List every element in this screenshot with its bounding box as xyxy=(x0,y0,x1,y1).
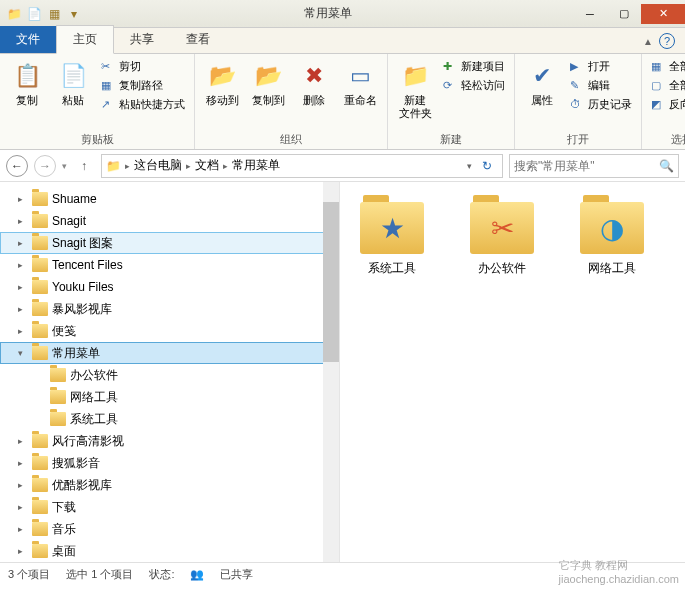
select-none-button[interactable]: ▢全部取消 xyxy=(648,77,685,94)
edit-button[interactable]: ✎编辑 xyxy=(567,77,635,94)
file-item[interactable]: ◑网络工具 xyxy=(570,202,654,277)
recent-dropdown-icon[interactable]: ▾ xyxy=(62,161,67,171)
select-none-icon: ▢ xyxy=(651,79,665,93)
history-button[interactable]: ⏱历史记录 xyxy=(567,96,635,113)
content-pane[interactable]: ★系统工具✂办公软件◑网络工具 xyxy=(340,182,685,562)
tree-item[interactable]: ▸暴风影视库 xyxy=(0,298,339,320)
new-item-button[interactable]: ✚新建项目 xyxy=(440,58,508,75)
tree-item[interactable]: ▸优酷影视库 xyxy=(0,474,339,496)
folder-icon xyxy=(32,324,48,338)
rename-button[interactable]: ▭ 重命名 xyxy=(339,58,381,107)
search-input[interactable] xyxy=(514,159,659,173)
tree-item[interactable]: ▸Shuame xyxy=(0,188,339,210)
search-box[interactable]: 🔍 xyxy=(509,154,679,178)
twisty-icon[interactable]: ▸ xyxy=(18,216,28,226)
tree-item[interactable]: ▸Tencent Files xyxy=(0,254,339,276)
maximize-button[interactable]: ▢ xyxy=(607,4,641,24)
copy-to-button[interactable]: 📂 复制到 xyxy=(247,58,289,107)
dropdown-icon[interactable]: ▾ xyxy=(66,6,82,22)
forward-button[interactable]: → xyxy=(34,155,56,177)
twisty-icon[interactable]: ▾ xyxy=(18,348,28,358)
search-icon[interactable]: 🔍 xyxy=(659,159,674,173)
back-button[interactable]: ← xyxy=(6,155,28,177)
tree-item-label: 音乐 xyxy=(52,521,76,538)
crumb-documents[interactable]: 文档 xyxy=(195,157,219,174)
new-folder-button[interactable]: 📁 新建 文件夹 xyxy=(394,58,436,120)
properties-icon[interactable]: ▦ xyxy=(46,6,62,22)
twisty-icon[interactable]: ▸ xyxy=(18,304,28,314)
up-button[interactable]: ↑ xyxy=(73,155,95,177)
open-button[interactable]: ▶打开 xyxy=(567,58,635,75)
twisty-icon[interactable]: ▸ xyxy=(18,502,28,512)
window-buttons: ─ ▢ ✕ xyxy=(573,4,685,24)
copy-button[interactable]: 📋 复制 xyxy=(6,58,48,107)
properties-button[interactable]: ✔ 属性 xyxy=(521,58,563,107)
tree-item[interactable]: 网络工具 xyxy=(0,386,339,408)
easy-access-button[interactable]: ⟳轻松访问 xyxy=(440,77,508,94)
tree-item[interactable]: ▸Snagit 图案 xyxy=(0,232,339,254)
chevron-right-icon[interactable]: ▸ xyxy=(223,161,228,171)
twisty-icon[interactable]: ▸ xyxy=(18,238,28,248)
tree-item[interactable]: ▸Snagit xyxy=(0,210,339,232)
tree-item[interactable]: ▾常用菜单 xyxy=(0,342,339,364)
copy-path-button[interactable]: ▦复制路径 xyxy=(98,77,188,94)
tree-item[interactable]: ▸Youku Files xyxy=(0,276,339,298)
delete-button[interactable]: ✖ 删除 xyxy=(293,58,335,107)
tree-item-label: Snagit xyxy=(52,214,86,228)
state-label: 状态: xyxy=(149,567,174,582)
paste-button[interactable]: 📄 粘贴 xyxy=(52,58,94,107)
select-all-button[interactable]: ▦全部选择 xyxy=(648,58,685,75)
close-button[interactable]: ✕ xyxy=(641,4,685,24)
tab-home[interactable]: 主页 xyxy=(56,25,114,54)
tab-share[interactable]: 共享 xyxy=(114,26,170,53)
file-name: 网络工具 xyxy=(570,260,654,277)
file-item[interactable]: ✂办公软件 xyxy=(460,202,544,277)
crumb-current[interactable]: 常用菜单 xyxy=(232,157,280,174)
tree-item[interactable]: ▸风行高清影视 xyxy=(0,430,339,452)
twisty-icon[interactable]: ▸ xyxy=(18,282,28,292)
crumb-this-pc[interactable]: 这台电脑 xyxy=(134,157,182,174)
file-item[interactable]: ★系统工具 xyxy=(350,202,434,277)
scrollbar-thumb[interactable] xyxy=(323,202,339,362)
collapse-ribbon-icon[interactable]: ▲ xyxy=(643,36,653,47)
properties-icon: ✔ xyxy=(526,60,558,92)
tree-item[interactable]: ▸便笺 xyxy=(0,320,339,342)
chevron-right-icon[interactable]: ▸ xyxy=(186,161,191,171)
twisty-icon[interactable]: ▸ xyxy=(18,524,28,534)
tree-item[interactable]: ▸音乐 xyxy=(0,518,339,540)
tree-item-label: 桌面 xyxy=(52,543,76,560)
help-icon[interactable]: ? xyxy=(659,33,675,49)
tree-item[interactable]: ▸桌面 xyxy=(0,540,339,562)
twisty-icon[interactable]: ▸ xyxy=(18,260,28,270)
twisty-icon[interactable]: ▸ xyxy=(18,326,28,336)
tree-item[interactable]: ▸下载 xyxy=(0,496,339,518)
twisty-icon[interactable]: ▸ xyxy=(18,480,28,490)
folder-icon[interactable]: 📁 xyxy=(6,6,22,22)
edit-icon: ✎ xyxy=(570,79,584,93)
tab-view[interactable]: 查看 xyxy=(170,26,226,53)
chevron-right-icon[interactable]: ▸ xyxy=(125,161,130,171)
history-icon: ⏱ xyxy=(570,98,584,112)
new-file-icon[interactable]: 📄 xyxy=(26,6,42,22)
tree-item-label: 系统工具 xyxy=(70,411,118,428)
minimize-button[interactable]: ─ xyxy=(573,4,607,24)
tree-item[interactable]: 系统工具 xyxy=(0,408,339,430)
tree-scrollbar[interactable] xyxy=(323,182,339,562)
invert-selection-button[interactable]: ◩反向选择 xyxy=(648,96,685,113)
group-organize: 📂 移动到 📂 复制到 ✖ 删除 ▭ 重命名 组织 xyxy=(195,54,388,149)
twisty-icon[interactable]: ▸ xyxy=(18,458,28,468)
cut-button[interactable]: ✂剪切 xyxy=(98,58,188,75)
twisty-icon[interactable]: ▸ xyxy=(18,546,28,556)
easy-access-icon: ⟳ xyxy=(443,79,457,93)
twisty-icon[interactable]: ▸ xyxy=(18,436,28,446)
twisty-icon[interactable]: ▸ xyxy=(18,194,28,204)
address-dropdown-icon[interactable]: ▾ xyxy=(467,161,472,171)
paste-shortcut-button[interactable]: ↗粘贴快捷方式 xyxy=(98,96,188,113)
tree-item-label: 搜狐影音 xyxy=(52,455,100,472)
move-to-button[interactable]: 📂 移动到 xyxy=(201,58,243,107)
tree-item[interactable]: 办公软件 xyxy=(0,364,339,386)
tab-file[interactable]: 文件 xyxy=(0,26,56,53)
address-bar[interactable]: 📁 ▸ 这台电脑 ▸ 文档 ▸ 常用菜单 ▾ ↻ xyxy=(101,154,503,178)
refresh-icon[interactable]: ↻ xyxy=(476,159,498,173)
tree-item[interactable]: ▸搜狐影音 xyxy=(0,452,339,474)
